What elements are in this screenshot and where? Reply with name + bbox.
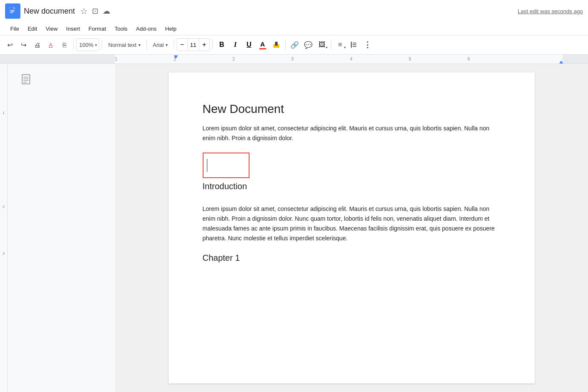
body-paragraph-1[interactable]: Lorem ipsum dolor sit amet, consectetur … [203,124,501,143]
svg-marker-11 [351,41,352,48]
menu-insert[interactable]: Insert [63,24,83,34]
bold-button[interactable]: B [215,38,228,51]
more-options-button[interactable]: ⋮ [361,38,374,51]
selection-box[interactable] [203,153,250,178]
style-dropdown-label: Normal text [108,42,136,48]
font-dropdown[interactable]: Arial ▾ [149,38,171,51]
align-button[interactable]: ≡ ▾ [334,38,347,51]
svg-rect-7 [273,46,279,48]
svg-rect-12 [22,75,30,84]
font-size-decrease-button[interactable]: − [177,39,187,51]
menu-tools[interactable]: Tools [111,24,131,34]
italic-button[interactable]: I [229,38,242,51]
empty-line [203,198,501,204]
style-dropdown[interactable]: Normal text ▾ [105,38,143,51]
document-page: New Document Lorem ipsum dolor sit amet,… [169,72,535,383]
page-area[interactable]: New Document Lorem ipsum dolor sit amet,… [115,64,588,392]
title-bar: New document ☆ ⊡ ☁ Last edit was seconds… [0,0,588,22]
paint-format-button[interactable]: ⎘ [58,38,71,51]
undo-button[interactable]: ↩ [3,38,16,51]
body-paragraph-2[interactable]: Lorem ipsum dolor sit amet, consectetur … [203,204,501,243]
svg-rect-6 [275,42,278,46]
toolbar-divider-2 [102,40,102,50]
menu-view[interactable]: View [42,24,61,34]
main-area: 1 2 3 New Document Lorem ipsum dolor sit… [0,64,588,392]
comment-button[interactable]: 💬 [302,38,315,51]
drive-icon[interactable]: ⊡ [92,6,98,16]
toolbar-divider-6 [285,40,286,50]
font-dropdown-arrow: ▾ [166,43,168,47]
menu-file[interactable]: File [7,24,23,34]
toolbar-divider-7 [331,40,331,50]
text-cursor [207,159,207,172]
menu-bar: File Edit View Insert Format Tools Add-o… [0,22,588,35]
redo-button[interactable]: ↪ [17,38,30,51]
title-icons: ☆ ⊡ ☁ [80,6,110,16]
image-button[interactable]: 🖼 ▾ [316,38,328,51]
ruler: 1 1 2 3 4 5 6 [0,55,588,64]
menu-help[interactable]: Help [162,24,180,34]
left-sidebar: 1 2 3 [0,64,115,392]
toolbar: ↩ ↪ 🖨 A ⎘ 100% ▾ Normal text ▾ Arial ▾ −… [0,35,588,55]
menu-addons[interactable]: Add-ons [132,24,160,34]
text-color-icon: A [260,40,265,48]
toolbar-divider-4 [174,40,174,50]
last-edit-label: Last edit was seconds ago [518,8,583,14]
text-color-button[interactable]: A [256,38,269,51]
highlight-icon [272,41,280,49]
intro-heading[interactable]: Introduction [203,182,501,191]
zoom-value: 100% [78,42,94,48]
toolbar-divider-1 [73,40,74,50]
font-size-control: − 11 + [177,38,210,51]
line-spacing-icon [350,41,358,49]
text-color-indicator [259,48,266,49]
zoom-dropdown-arrow: ▾ [95,43,97,47]
toolbar-divider-3 [146,40,147,50]
underline-button[interactable]: U [243,38,255,51]
menu-edit[interactable]: Edit [24,24,40,34]
toolbar-divider-5 [212,40,213,50]
font-dropdown-label: Arial [153,42,164,48]
highlight-button[interactable] [270,38,283,51]
star-icon[interactable]: ☆ [80,6,88,16]
zoom-control[interactable]: 100% ▾ [76,38,99,51]
document-title: New document [24,7,75,16]
line-spacing-button[interactable] [347,38,360,51]
cloud-save-icon[interactable]: ☁ [103,6,110,16]
outline-icon [21,74,32,87]
app-icon [5,3,20,19]
font-size-value[interactable]: 11 [187,39,199,51]
spellcheck-button[interactable]: A [44,38,57,51]
chapter-heading[interactable]: Chapter 1 [203,253,501,263]
document-heading[interactable]: New Document [203,102,501,116]
vertical-ruler: 1 2 3 [0,64,8,392]
font-size-increase-button[interactable]: + [199,39,209,51]
link-button[interactable]: 🔗 [288,38,301,51]
print-button[interactable]: 🖨 [31,38,43,51]
style-dropdown-arrow: ▾ [138,43,141,47]
menu-format[interactable]: Format [85,24,109,34]
